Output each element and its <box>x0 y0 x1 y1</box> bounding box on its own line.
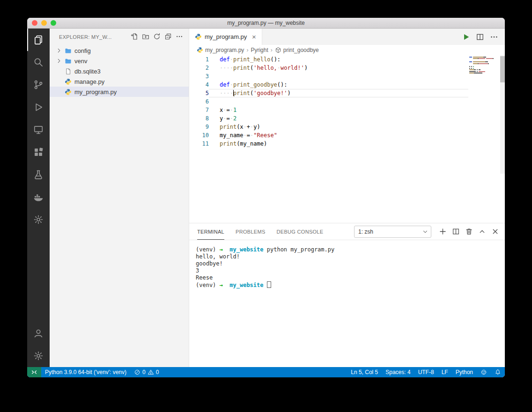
code-line[interactable]: 10my_name·=·"Reese" <box>189 131 505 140</box>
line-number: 8 <box>189 114 209 123</box>
statusbar-item-eol[interactable]: LF <box>438 367 452 377</box>
breadcrumb-item-print_goodbye[interactable]: print_goodbye <box>275 47 319 53</box>
account-icon <box>33 328 44 338</box>
activity-bar-item-explorer[interactable] <box>27 29 50 51</box>
code-line[interactable]: 1def·print_hello(): <box>189 55 505 64</box>
statusbar-item-remote[interactable] <box>27 367 41 377</box>
code-line[interactable]: 9print(x·+·y) <box>189 123 505 131</box>
code-line[interactable]: 7x·=·1 <box>189 106 505 114</box>
code-token: ) <box>304 65 308 71</box>
breadcrumb-item-my_program.py[interactable]: my_program.py <box>197 47 244 53</box>
terminal-line: (venv) → my_website <box>196 281 505 289</box>
status-bar: Python 3.9.0 64-bit ('venv': venv)00 Ln … <box>27 367 505 377</box>
editor-code-area[interactable]: 1def·print_hello():2····print('hello,·wo… <box>189 55 505 223</box>
code-token: ···· <box>220 90 233 96</box>
statusbar-item-python-interpreter[interactable]: Python 3.9.0 64-bit ('venv': venv) <box>41 367 130 377</box>
panel-tab-debug-console[interactable]: DEBUG CONSOLE <box>277 223 324 240</box>
statusbar-item-feedback[interactable] <box>477 367 491 377</box>
kill-terminal-button[interactable] <box>465 228 473 235</box>
tree-item-my_program.py[interactable]: my_program.py <box>50 87 189 97</box>
tree-item-db.sqlite3[interactable]: db.sqlite3 <box>50 66 189 76</box>
activity-bar-item-settings[interactable] <box>27 345 50 367</box>
error-icon <box>134 369 140 375</box>
activity-bar-item-accounts[interactable] <box>27 322 50 345</box>
close-panel-button[interactable] <box>491 228 499 235</box>
code-token: print_goodbye <box>233 81 277 88</box>
activity-bar <box>27 29 50 367</box>
code-line[interactable]: 6 <box>189 97 505 106</box>
minimap-segment <box>473 66 474 67</box>
chevron-right-icon[interactable] <box>55 47 63 54</box>
code-text: print(x·+·y) <box>209 123 468 131</box>
statusbar-item-language-mode[interactable]: Python <box>452 367 477 377</box>
activity-bar-item-testing[interactable] <box>27 163 50 186</box>
new-file-button[interactable] <box>130 32 139 42</box>
activity-bar-item-extensions[interactable] <box>27 141 50 163</box>
maximize-panel-button[interactable] <box>478 228 486 235</box>
activity-bar-item-run-debug[interactable] <box>27 96 50 118</box>
code-token: = <box>247 132 250 139</box>
run-python-file-button[interactable] <box>462 33 470 41</box>
code-text: ····print('hello,·world!') <box>209 64 468 72</box>
search-icon <box>33 57 44 67</box>
terminal-line: Reese <box>196 274 505 281</box>
minimap-segment <box>473 58 478 59</box>
statusbar-item-encoding[interactable]: UTF-8 <box>414 367 438 377</box>
statusbar-item-notifications[interactable] <box>491 367 505 377</box>
chevron-right-icon[interactable] <box>55 57 63 65</box>
terminal-text <box>264 282 267 288</box>
line-number: 6 <box>189 97 209 106</box>
tree-item-config[interactable]: config <box>50 45 189 56</box>
refresh-button[interactable] <box>152 32 162 42</box>
statusbar-item-cursor-position[interactable]: Ln 5, Col 5 <box>347 367 382 377</box>
code-token: · <box>277 65 281 71</box>
minimap-segment <box>473 61 485 62</box>
editor-scrollbar-thumb[interactable] <box>500 56 505 82</box>
close-window-button[interactable] <box>32 20 37 26</box>
statusbar-item-indentation[interactable]: Spaces: 4 <box>382 367 414 377</box>
terminal-text: → <box>220 282 223 288</box>
code-line[interactable]: 4def·print_goodbye(): <box>189 81 505 89</box>
panel-tab-terminal[interactable]: TERMINAL <box>197 223 224 240</box>
minimap[interactable] <box>469 57 499 74</box>
collapse-all-button[interactable] <box>163 32 173 42</box>
terminal-output[interactable]: (venv) → my_website python my_program.py… <box>189 240 505 367</box>
sidebar-explorer: EXPLORER: MY_W... configvenvdb.sqlite3ma… <box>50 29 189 367</box>
new-folder-button[interactable] <box>141 32 150 42</box>
new-terminal-button[interactable] <box>439 228 447 235</box>
tab-my_program.py[interactable]: my_program.py × <box>189 29 262 45</box>
minimap-segment <box>469 63 473 64</box>
panel-tab-problems[interactable]: PROBLEMS <box>236 223 266 240</box>
titlebar[interactable]: my_program.py — my_website <box>27 18 505 29</box>
code-line[interactable]: 3 <box>189 72 505 81</box>
activity-bar-item-remote-explorer[interactable] <box>27 118 50 141</box>
activity-bar-item-docker[interactable] <box>27 186 50 208</box>
file-name: my_program.py <box>74 88 117 96</box>
code-line[interactable]: 8y·=·2 <box>189 114 505 123</box>
code-line[interactable]: 5····print('goodbye!') <box>189 89 505 97</box>
breadcrumb-item-Pyright[interactable]: Pyright <box>251 47 268 53</box>
statusbar-item-problems[interactable]: 00 <box>130 367 163 377</box>
code-line[interactable]: 2····print('hello,·world!') <box>189 64 505 72</box>
python-icon <box>197 47 203 53</box>
code-token: · <box>230 81 233 88</box>
activity-bar-item-source-control[interactable] <box>27 74 50 96</box>
zoom-window-button[interactable] <box>51 20 56 26</box>
feedback-icon <box>480 369 487 375</box>
close-tab-icon[interactable]: × <box>250 33 258 40</box>
terminal-shell-select[interactable]: 1: zsh <box>354 226 431 238</box>
desktop-background: my_program.py — my_website EXPLORER: MY_… <box>0 0 532 412</box>
tree-item-venv[interactable]: venv <box>50 56 189 66</box>
minimap-segment <box>469 58 473 59</box>
more-actions-button[interactable] <box>175 32 184 42</box>
split-terminal-button[interactable] <box>452 228 460 235</box>
activity-bar-item-gear-extension[interactable] <box>27 208 50 231</box>
more-actions-button[interactable] <box>490 33 498 41</box>
minimize-window-button[interactable] <box>41 20 47 26</box>
activity-bar-item-search[interactable] <box>27 51 50 74</box>
tree-item-manage.py[interactable]: manage.py <box>50 76 189 87</box>
file-name: db.sqlite3 <box>74 68 101 75</box>
split-editor-button[interactable] <box>476 33 484 41</box>
code-line[interactable]: 11print(my_name) <box>189 140 505 148</box>
code-text: def·print_goodbye(): <box>209 81 468 89</box>
